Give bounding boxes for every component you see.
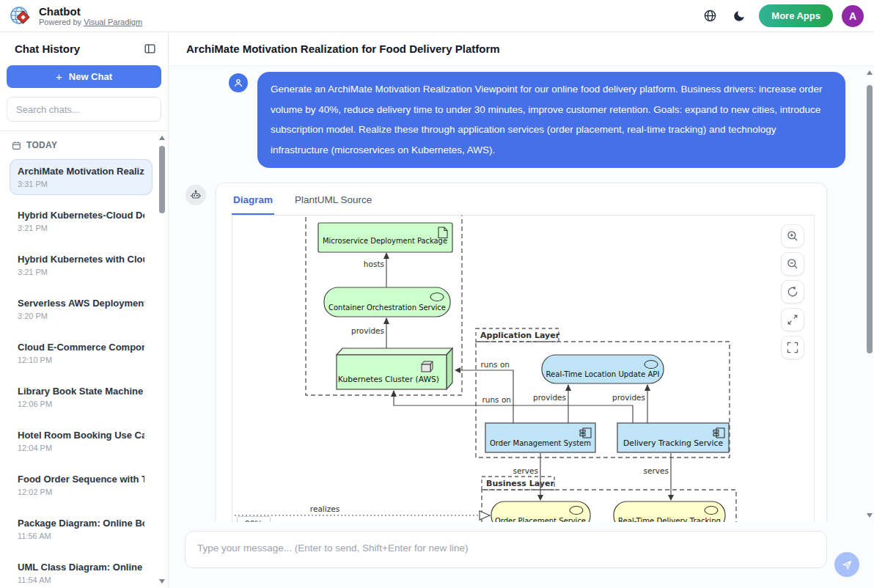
sidebar-scrollbar-thumb[interactable]	[159, 146, 165, 213]
new-chat-button[interactable]: + New Chat	[7, 65, 161, 88]
svg-text:runs on: runs on	[480, 360, 510, 369]
chat-item-time: 12:04 PM	[18, 444, 144, 452]
sidebar-title: Chat History	[15, 43, 80, 55]
scroll-up-arrow[interactable]	[159, 136, 165, 140]
main-area: ArchiMate Motivation Realization for Foo…	[169, 32, 874, 588]
diagram-node-orchestration-service: Container Orchestration Service	[324, 287, 450, 317]
diagram-node-location-api: Real-Time Location Update API	[542, 355, 664, 383]
zoom-level-badge: 90%	[237, 516, 271, 522]
search-input[interactable]	[7, 97, 161, 122]
powered-by-link[interactable]: Visual Paradigm	[84, 18, 142, 26]
svg-text:provides: provides	[533, 393, 566, 402]
powered-by-prefix: Powered by	[39, 18, 81, 26]
sidebar-scrollbar	[158, 136, 166, 584]
scroll-up-arrow[interactable]	[867, 70, 873, 75]
zoom-in-button[interactable]	[781, 224, 804, 248]
tab-bar: Diagram PlantUML Source	[216, 183, 826, 215]
chat-item-title: Package Diagram: Online Bo...	[18, 518, 144, 529]
svg-text:provides: provides	[351, 326, 384, 335]
chat-item-time: 11:56 AM	[18, 532, 144, 540]
svg-text:Order Management System: Order Management System	[490, 438, 591, 448]
zoom-out-button[interactable]	[781, 252, 804, 276]
chat-history-item[interactable]: Hybrid Kubernetes with Clou...3:21 PM	[10, 248, 152, 282]
svg-text:Microservice Deployment Packag: Microservice Deployment Package	[323, 236, 447, 246]
app-logo-icon	[9, 4, 32, 28]
moon-icon	[732, 10, 746, 23]
chat-item-time: 3:20 PM	[18, 312, 144, 320]
send-button[interactable]	[834, 552, 859, 577]
main-scrollbar	[866, 70, 873, 518]
svg-text:runs on: runs on	[482, 395, 511, 404]
diagram-node-kubernetes-cluster: Kubernetes Cluster (AWS)	[337, 348, 452, 389]
svg-text:serves: serves	[644, 466, 669, 475]
sidebar: Chat History + New Chat TODAY ArchiMate …	[0, 32, 169, 588]
expand-button[interactable]	[781, 308, 804, 331]
message-input-bar	[169, 522, 874, 588]
svg-text:Real-Time Delivery Tracking: Real-Time Delivery Tracking	[618, 516, 721, 522]
chat-item-title: Serverless AWS Deployment ...	[18, 298, 144, 309]
diagram-viewport[interactable]: Application Layer Business Layer	[232, 215, 815, 522]
chat-item-time: 12:10 PM	[18, 356, 144, 364]
main-scrollbar-thumb[interactable]	[867, 85, 873, 353]
chat-item-time: 3:31 PM	[18, 180, 144, 188]
chat-history-item[interactable]: Library Book State Machine12:06 PM	[10, 380, 152, 414]
panel-icon	[144, 43, 156, 55]
chat-item-time: 11:54 AM	[18, 576, 144, 584]
chat-item-title: Hybrid Kubernetes with Clou...	[18, 254, 144, 265]
message-input[interactable]	[185, 531, 827, 568]
language-button[interactable]	[697, 4, 722, 29]
user-message-bubble: Generate an ArchiMate Motivation Realiza…	[257, 72, 845, 168]
user-message-avatar	[229, 73, 248, 92]
diagram-node-delivery-tracking-business: Real-Time Delivery Tracking	[614, 501, 725, 522]
chat-history-item[interactable]: Food Order Sequence with Ti...12:02 PM	[10, 468, 152, 502]
svg-text:Delivery Tracking Service: Delivery Tracking Service	[623, 438, 723, 448]
chat-item-time: 3:21 PM	[18, 224, 144, 232]
svg-text:Order Placement Service: Order Placement Service	[495, 516, 586, 522]
chat-history-item[interactable]: Hotel Room Booking Use Case12:04 PM	[10, 424, 152, 458]
chat-history-item[interactable]: ArchiMate Motivation Realiz...3:31 PM	[10, 160, 152, 194]
chat-item-title: Hybrid Kubernetes-Cloud De...	[18, 210, 144, 221]
today-section-label: TODAY	[26, 140, 57, 150]
app-header: Chatbot Powered by Visual Paradigm More …	[0, 0, 874, 32]
chat-item-title: Library Book State Machine	[18, 386, 144, 397]
chat-item-title: Cloud E-Commerce Compon...	[18, 342, 144, 353]
svg-text:hosts: hosts	[364, 260, 384, 268]
user-message-row: Generate an ArchiMate Motivation Realiza…	[169, 72, 874, 168]
person-icon	[233, 78, 243, 88]
chat-history-item[interactable]: Hybrid Kubernetes-Cloud De...3:21 PM	[10, 204, 152, 238]
page-title: ArchiMate Motivation Realization for Foo…	[186, 43, 500, 55]
collapse-sidebar-button[interactable]	[144, 43, 156, 55]
more-apps-button[interactable]: More Apps	[759, 4, 833, 27]
chat-history-item[interactable]: Serverless AWS Deployment ...3:20 PM	[10, 292, 152, 326]
diagram-edges	[235, 254, 671, 515]
chat-item-title: ArchiMate Motivation Realiz...	[18, 166, 144, 177]
user-avatar[interactable]: A	[842, 5, 864, 27]
tab-diagram[interactable]: Diagram	[232, 194, 274, 215]
svg-text:Container Orchestration Servic: Container Orchestration Service	[328, 303, 446, 312]
theme-toggle-button[interactable]	[727, 4, 752, 29]
svg-text:realizes: realizes	[310, 504, 339, 513]
archimate-diagram: Application Layer Business Layer	[232, 216, 814, 522]
chat-item-title: UML Class Diagram: Online L...	[18, 562, 144, 573]
chat-item-title: Food Order Sequence with Ti...	[18, 474, 144, 485]
chat-list: TODAY ArchiMate Motivation Realiz...3:31…	[0, 131, 168, 588]
new-chat-label: New Chat	[69, 71, 112, 82]
assistant-avatar[interactable]	[186, 185, 206, 205]
business-layer-label: Business Layer	[486, 479, 554, 488]
reset-view-button[interactable]	[781, 280, 804, 304]
svg-text:Real-Time Location Update API: Real-Time Location Update API	[546, 370, 660, 379]
fullscreen-button[interactable]	[781, 336, 804, 359]
zoom-out-icon	[786, 257, 799, 271]
powered-by: Powered by Visual Paradigm	[39, 18, 142, 27]
chat-history-item[interactable]: Cloud E-Commerce Compon...12:10 PM	[10, 336, 152, 370]
response-card: Diagram PlantUML Source Application Laye…	[216, 183, 827, 522]
calendar-icon	[12, 141, 21, 150]
tab-plantuml-source[interactable]: PlantUML Source	[293, 194, 373, 215]
scroll-down-arrow[interactable]	[159, 579, 165, 584]
diagram-node-delivery-tracking: Delivery Tracking Service	[617, 423, 729, 452]
scroll-down-arrow[interactable]	[867, 513, 873, 518]
chat-history-item[interactable]: Package Diagram: Online Bo...11:56 AM	[10, 512, 152, 546]
chat-history-item[interactable]: UML Class Diagram: Online L...11:54 AM	[10, 556, 152, 588]
node-cube-icon	[422, 361, 433, 372]
app-title: Chatbot	[39, 5, 142, 18]
